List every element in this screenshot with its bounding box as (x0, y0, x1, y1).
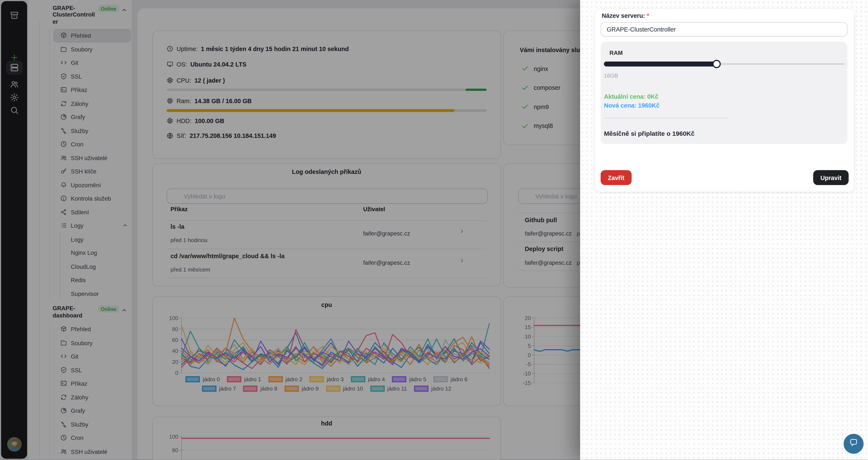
price-divider (604, 118, 728, 119)
ram-capacity-label: 16GB (604, 73, 618, 79)
close-button[interactable]: Zavřít (600, 170, 631, 185)
current-price: Aktuální cena: 0Kč (604, 93, 658, 99)
server-name-input[interactable] (600, 22, 847, 37)
app-root: GRAPE-ClusterControllerOnlinePřehledSoub… (0, 0, 868, 460)
ram-label: RAM (610, 49, 623, 56)
ram-slider[interactable] (604, 59, 844, 68)
ram-config-box: RAM 16GB Aktuální cena: 0Kč Nová cena: 1… (600, 41, 847, 144)
new-price: Nová cena: 1960Kč (604, 102, 659, 109)
chat-bubble-icon (849, 438, 858, 449)
submit-button[interactable]: Upravit (813, 170, 848, 185)
edit-server-drawer: Název serveru: * RAM 16GB Aktuální cena:… (580, 0, 868, 460)
monthly-note: Měsíčně si připlatíte o 1960Kč (604, 130, 694, 137)
slider-fill (604, 61, 717, 66)
chat-fab-button[interactable] (844, 434, 864, 454)
required-mark: * (647, 12, 649, 19)
slider-thumb[interactable] (713, 59, 721, 68)
edit-server-form: Název serveru: * RAM 16GB Aktuální cena:… (595, 9, 854, 192)
server-name-label: Název serveru: * (602, 12, 649, 19)
